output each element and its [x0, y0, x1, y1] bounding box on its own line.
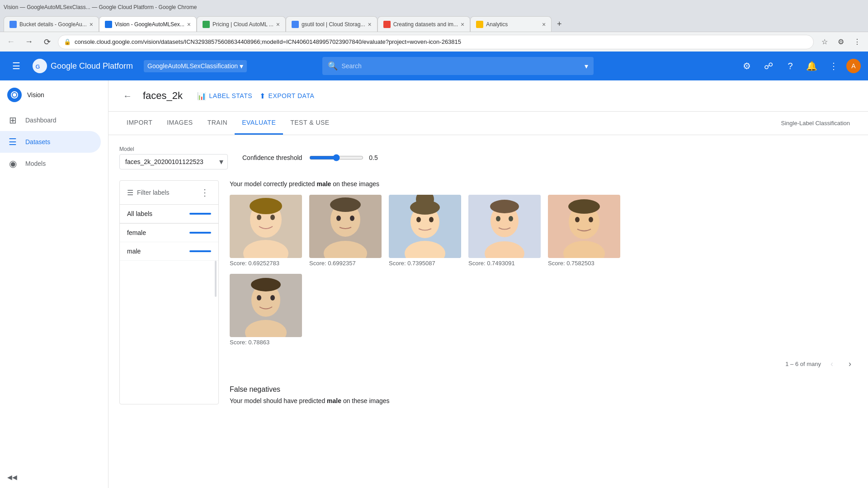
tab-close-0[interactable]: × — [90, 21, 93, 28]
project-dropdown-icon: ▾ — [240, 62, 243, 70]
browser-tab-5[interactable]: Analytics × — [470, 16, 552, 32]
model-select[interactable]: faces_2k_20200101122523 — [119, 154, 228, 169]
filter-item-male[interactable]: male — [120, 242, 218, 261]
tab-favicon-5 — [476, 21, 483, 28]
lock-icon: 🔒 — [64, 38, 71, 45]
confidence-slider[interactable] — [309, 154, 363, 161]
tab-close-5[interactable]: × — [542, 21, 546, 28]
svg-point-13 — [336, 216, 341, 221]
svg-point-27 — [496, 216, 500, 221]
model-selector-group: Model faces_2k_20200101122523 ▾ — [119, 146, 228, 169]
image-score-2: Score: 0.7395087 — [389, 260, 461, 267]
image-thumb-0[interactable] — [230, 195, 302, 258]
tab-close-3[interactable]: × — [368, 21, 371, 28]
main-body: Model faces_2k_20200101122523 ▾ Confiden… — [108, 135, 868, 488]
image-thumb-2[interactable] — [389, 195, 461, 258]
false-negatives-prefix: Your model should have predicted — [230, 397, 325, 404]
tab-favicon-1 — [105, 21, 112, 28]
help-button[interactable]: ? — [781, 57, 799, 75]
tab-favicon-2 — [203, 21, 210, 28]
filter-female-text: female — [127, 229, 146, 236]
confidence-slider-wrapper: 0.5 — [309, 154, 377, 161]
confidence-value: 0.5 — [369, 154, 377, 161]
notifications-button[interactable]: 🔔 — [803, 57, 821, 75]
sidebar-item-models[interactable]: ◉ Models — [0, 153, 101, 174]
image-thumb-1[interactable] — [309, 195, 382, 258]
main-content: ← faces_2k 📊 LABEL STATS ⬆ EXPORT DATA I — [108, 80, 868, 488]
svg-point-2 — [13, 93, 16, 97]
filter-more-button[interactable]: ⋮ — [198, 186, 211, 199]
back-button[interactable]: ← — [4, 35, 18, 49]
back-to-datasets-button[interactable]: ← — [119, 88, 136, 104]
model-confidence-row: Model faces_2k_20200101122523 ▾ Confiden… — [119, 146, 857, 169]
bookmark-button[interactable]: ☆ — [817, 35, 832, 49]
svg-point-34 — [589, 217, 593, 222]
confidence-label: Confidence threshold — [242, 154, 302, 161]
filter-item-all-labels[interactable]: All labels — [120, 205, 218, 223]
label-stats-button[interactable]: 📊 LABEL STATS — [197, 92, 252, 100]
apps-button[interactable]: ⚙ — [738, 57, 756, 75]
browser-menu-button[interactable]: ⋮ — [850, 35, 864, 49]
search-bar[interactable]: 🔍 ▾ — [322, 57, 594, 75]
vision-product-icon — [7, 88, 22, 102]
tab-train[interactable]: TRAIN — [200, 112, 235, 135]
classification-type-label: Single-Label Classification — [774, 120, 857, 127]
user-avatar[interactable]: A — [846, 59, 861, 73]
filter-scrollbar[interactable] — [215, 261, 217, 297]
pagination-next-button[interactable]: › — [843, 357, 857, 371]
image-thumb-3[interactable] — [468, 195, 541, 258]
tab-images[interactable]: IMAGES — [160, 112, 200, 135]
browser-tab-1[interactable]: Vision - GoogleAutoMLSex... × — [99, 16, 197, 32]
search-input[interactable] — [341, 62, 581, 70]
pagination-prev-button[interactable]: ‹ — [825, 357, 839, 371]
tab-import-label: IMPORT — [127, 119, 152, 126]
face-image-0 — [230, 195, 302, 258]
reload-button[interactable]: ⟳ — [40, 35, 54, 49]
more-options-button[interactable]: ⋮ — [825, 57, 843, 75]
tab-favicon-0 — [9, 21, 17, 28]
browser-tab-2[interactable]: Pricing | Cloud AutoML ... × — [197, 16, 286, 32]
svg-point-8 — [270, 215, 275, 220]
tab-evaluate[interactable]: EVALUATE — [235, 112, 283, 135]
navbar: ☰ G Google Cloud Platform GoogleAutoMLSe… — [0, 52, 868, 80]
tab-close-2[interactable]: × — [276, 21, 280, 28]
svg-text:G: G — [35, 63, 40, 70]
section-title: Your model correctly predicted male on t… — [230, 180, 857, 188]
browser-actions: ☆ ⚙ ⋮ — [817, 35, 864, 49]
browser-tab-3[interactable]: gsutil tool | Cloud Storag... × — [286, 16, 377, 32]
sidebar-navigation: ⊞ Dashboard ☰ Datasets ◉ Models — [0, 109, 108, 466]
project-selector[interactable]: GoogleAutoMLSexClassification ▾ — [144, 60, 247, 72]
pagination-text: 1 – 6 of many — [785, 361, 821, 367]
new-tab-button[interactable]: + — [552, 16, 567, 32]
address-bar[interactable]: 🔒 console.cloud.google.com/vision/datase… — [58, 35, 814, 49]
filter-male-bar — [189, 250, 211, 252]
hamburger-menu-button[interactable]: ☰ — [7, 57, 25, 75]
tab-label-5: Analytics — [486, 21, 539, 28]
label-stats-label: LABEL STATS — [209, 92, 253, 99]
tab-test-use[interactable]: TEST & USE — [283, 112, 336, 135]
extensions-button[interactable]: ⚙ — [834, 35, 848, 49]
export-data-button[interactable]: ⬆ EXPORT DATA — [259, 92, 314, 100]
browser-tab-0[interactable]: Bucket details - GoogleAu... × — [4, 16, 99, 32]
sidebar-label-dashboard: Dashboard — [25, 117, 57, 124]
svg-point-14 — [350, 216, 354, 221]
tab-favicon-3 — [292, 21, 299, 28]
sidebar-item-dashboard[interactable]: ⊞ Dashboard — [0, 109, 101, 131]
sidebar-item-datasets[interactable]: ☰ Datasets — [0, 131, 101, 153]
forward-button[interactable]: → — [22, 35, 36, 49]
image-thumb-5[interactable] — [230, 274, 302, 337]
tab-close-4[interactable]: × — [461, 21, 464, 28]
svg-point-35 — [568, 199, 600, 214]
chat-button[interactable]: ☍ — [760, 57, 778, 75]
tab-import[interactable]: IMPORT — [119, 112, 160, 135]
image-thumb-4[interactable] — [548, 195, 620, 258]
gcp-logo[interactable]: G Google Cloud Platform — [33, 59, 133, 73]
tab-close-1[interactable]: × — [187, 21, 191, 28]
datasets-icon: ☰ — [7, 136, 18, 147]
browser-tab-4[interactable]: Creating datasets and im... × — [377, 16, 471, 32]
face-image-3 — [468, 195, 541, 258]
svg-point-21 — [429, 217, 434, 222]
false-negatives-section: False negatives Your model should have p… — [230, 385, 857, 404]
sidebar-collapse-button[interactable]: ◀◀ — [0, 466, 108, 488]
filter-item-female[interactable]: female — [120, 224, 218, 242]
